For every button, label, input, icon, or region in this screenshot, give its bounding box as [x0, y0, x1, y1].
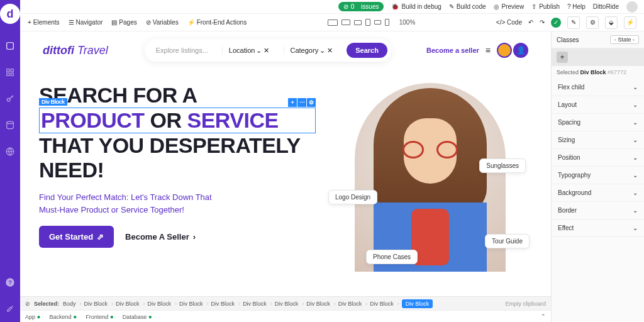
breadcrumb-item[interactable]: Div Block [306, 301, 336, 307]
panel-section-layout[interactable]: Layout⌄ [552, 96, 644, 114]
float-sunglasses[interactable]: Sunglasses [479, 158, 526, 173]
help-button[interactable]: ? Help [567, 3, 586, 10]
breadcrumb-item[interactable]: Div Block [148, 301, 177, 307]
svg-rect-4 [11, 73, 13, 75]
selected-element-info: Selected Div Block #67772 [552, 66, 644, 79]
sel-add-icon[interactable]: + [288, 98, 297, 107]
device-phone-l-icon[interactable] [374, 20, 381, 25]
breadcrumb-item[interactable]: Div Block [179, 301, 209, 307]
droplet-icon[interactable]: ⬙ [605, 16, 618, 29]
status-ok-icon: ✓ [551, 18, 561, 28]
build-debug-button[interactable]: 🐞 Build in debug [391, 3, 441, 10]
editor-toolbar: + Elements ☰ Navigator ▤ Pages ⊘ Variabl… [20, 14, 644, 31]
canvas-area: dittofi Travel Explore listings... Locat… [20, 31, 644, 322]
filter-category[interactable]: Category⌄ ✕ [284, 47, 340, 55]
device-tablet-icon[interactable] [365, 19, 370, 26]
hero-image: Sunglasses Logo Design Tour Guide Phone … [328, 83, 532, 272]
float-tour-guide[interactable]: Tour Guide [485, 234, 530, 248]
bolt-icon[interactable]: ⚡ [624, 16, 636, 29]
state-select[interactable]: - State - [610, 35, 639, 44]
breadcrumb-item[interactable]: Div Block [84, 301, 114, 307]
become-seller-button[interactable]: Become A Seller › [125, 232, 196, 242]
clipboard-status: Empty clipboard [505, 301, 546, 307]
panel-section-typography[interactable]: Typography⌄ [552, 167, 644, 184]
selection-label: Div Block [39, 98, 67, 106]
hero-heading: SEARCH FOR A Div Block + ⋯ ⚙ PRODUCT OR … [39, 83, 316, 182]
pages-button[interactable]: ▤ Pages [111, 19, 136, 26]
main-column: ⊘0 issues 🐞 Build in debug ✎ Build code … [20, 0, 644, 322]
get-started-button[interactable]: Get Started ⇗ [39, 226, 114, 248]
selected-element[interactable]: Div Block + ⋯ ⚙ PRODUCT OR SERVICE [39, 108, 316, 133]
sel-more-icon[interactable]: ⋯ [297, 98, 306, 107]
nav-editor-icon[interactable] [4, 40, 16, 52]
publish-button[interactable]: ⇪ Publish [531, 3, 560, 10]
chevron-down-icon: ⌄ [633, 207, 638, 214]
breadcrumb-item[interactable]: Div Block [211, 301, 241, 307]
nav-avatar[interactable] [497, 43, 512, 58]
panel-section-effect[interactable]: Effect⌄ [552, 219, 644, 237]
nav-key-icon[interactable] [4, 93, 16, 104]
status-app: App ● [25, 313, 41, 320]
device-desktop-icon[interactable] [328, 19, 338, 26]
site-brand[interactable]: dittofi Travel [43, 44, 108, 57]
filter-location[interactable]: Location⌄ ✕ [222, 47, 276, 55]
breadcrumb-item[interactable]: Div Block [243, 301, 272, 307]
panel-section-flex-child[interactable]: Flex child⌄ [552, 79, 644, 96]
nav-avatar-user-icon[interactable]: 👤 [513, 43, 528, 58]
zoom-level[interactable]: 100% [399, 19, 416, 26]
chevron-down-icon: ⌄ [633, 119, 638, 126]
breadcrumb-item[interactable]: Body [63, 301, 82, 307]
panel-section-position[interactable]: Position⌄ [552, 149, 644, 167]
collapse-icon[interactable]: ⌃ [541, 313, 546, 319]
nav-help-icon[interactable]: ? [4, 277, 16, 288]
nav-globe-icon[interactable] [4, 146, 16, 157]
sel-gear-icon[interactable]: ⚙ [307, 98, 316, 107]
breadcrumb-item[interactable]: Div Block [338, 301, 368, 307]
elements-button[interactable]: + Elements [28, 19, 60, 26]
chevron-down-icon: ⌄ [633, 84, 638, 91]
breadcrumb-item[interactable]: Div Block [275, 301, 304, 307]
gear-icon[interactable]: ⚙ [586, 16, 599, 29]
build-code-button[interactable]: ✎ Build code [449, 3, 486, 10]
menu-icon[interactable]: ≡ [486, 45, 491, 55]
search-input[interactable]: Explore listings... [156, 47, 214, 54]
panel-section-border[interactable]: Border⌄ [552, 202, 644, 219]
device-preview-group: 100% [255, 19, 487, 26]
device-tablet-l-icon[interactable] [354, 20, 362, 25]
search-button[interactable]: Search [347, 43, 387, 58]
nav-grid-icon[interactable] [4, 67, 16, 78]
device-laptop-icon[interactable] [341, 19, 350, 25]
breadcrumb-item[interactable]: Div Block [402, 299, 433, 308]
panel-section-background[interactable]: Background⌄ [552, 184, 644, 202]
panel-section-sizing[interactable]: Sizing⌄ [552, 131, 644, 149]
frontend-actions-button[interactable]: ⚡ Front-End Actions [187, 19, 247, 26]
become-seller-link[interactable]: Become a seller [426, 47, 479, 54]
issues-badge[interactable]: ⊘0 issues [338, 2, 384, 11]
float-phone-cases[interactable]: Phone Cases [366, 250, 418, 264]
nav-tools-icon[interactable] [4, 303, 16, 314]
status-bar: App ● Backend ● Frontend ● Database ● ⌃ [20, 310, 551, 322]
variables-button[interactable]: ⊘ Variables [146, 19, 179, 26]
preview-button[interactable]: ◎ Preview [494, 3, 525, 10]
float-logo-design[interactable]: Logo Design [328, 190, 377, 204]
nav-data-icon[interactable] [4, 119, 16, 131]
status-database: Database ● [123, 313, 152, 320]
chevron-right-icon: › [193, 232, 196, 242]
breadcrumb-item[interactable]: Div Block [116, 301, 145, 307]
device-phone-icon[interactable] [385, 19, 389, 26]
add-class-button[interactable]: + [557, 52, 568, 63]
code-toggle[interactable]: </> Code [496, 19, 522, 26]
canvas[interactable]: dittofi Travel Explore listings... Locat… [20, 31, 551, 322]
classes-header: Classes - State - [552, 31, 644, 48]
svg-point-5 [7, 98, 10, 101]
chevron-down-icon: ⌄ [633, 189, 638, 196]
user-avatar[interactable] [626, 1, 638, 13]
dittofi-logo[interactable]: d [0, 4, 20, 24]
breadcrumb-item[interactable]: Div Block [370, 301, 399, 307]
brush-icon[interactable]: ✎ [567, 16, 580, 29]
selection-tools: + ⋯ ⚙ [288, 98, 316, 107]
navigator-button[interactable]: ☰ Navigator [69, 19, 103, 26]
panel-section-spacing[interactable]: Spacing⌄ [552, 114, 644, 131]
undo-icon[interactable]: ↶ [528, 19, 533, 26]
redo-icon[interactable]: ↷ [540, 19, 545, 26]
